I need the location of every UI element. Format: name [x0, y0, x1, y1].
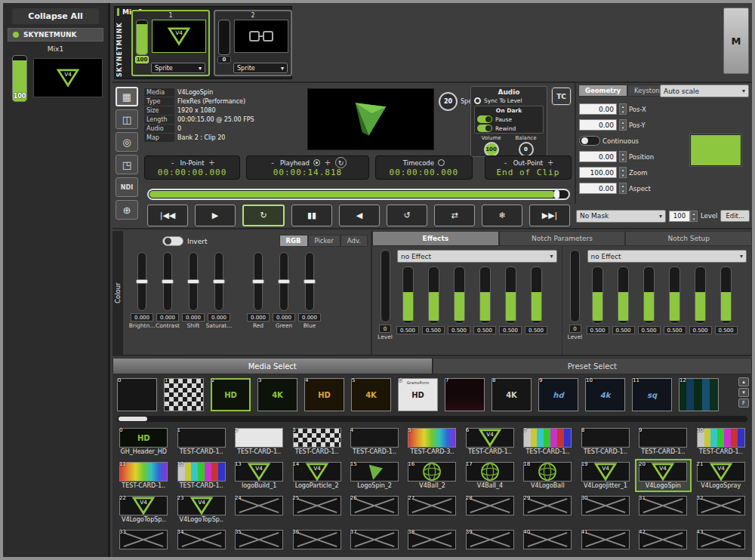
clip-23[interactable]: V423V4LogoTopSp.. — [173, 493, 229, 526]
effects-tab-effects[interactable]: Effects — [372, 231, 499, 246]
decrement-button[interactable]: - — [269, 158, 276, 167]
decrement-button[interactable]: - — [168, 158, 176, 167]
effect-fader[interactable] — [643, 266, 655, 324]
effect-fader[interactable] — [592, 266, 603, 324]
clip-34[interactable]: 34 — [173, 527, 229, 557]
clip-13[interactable]: V413logoBuild_1 — [231, 459, 287, 492]
freeze-button[interactable]: ❄ — [482, 205, 522, 226]
clip-4[interactable]: 4TEST-CARD-1.. — [347, 425, 402, 458]
continuous-toggle[interactable] — [579, 136, 600, 146]
layer-fader[interactable] — [136, 20, 148, 55]
clip-17[interactable]: 17V4Ball_4 — [462, 459, 518, 492]
clip-38[interactable]: 38 — [404, 527, 460, 557]
bank-scroll-up-button[interactable]: ▴ — [738, 377, 749, 386]
value-spinner[interactable]: ▴▾ — [619, 103, 627, 115]
clip-31[interactable]: 31 — [635, 493, 691, 526]
effect-fader[interactable] — [505, 266, 516, 324]
slider-handle[interactable] — [304, 279, 316, 284]
clip-22[interactable]: V422V4LogoTopSp.. — [116, 493, 171, 526]
clip-42[interactable]: 42 — [635, 527, 691, 557]
mix-preview-thumbnail[interactable]: V4 — [33, 58, 103, 97]
loop-reverse-button[interactable]: ↺ — [387, 205, 427, 226]
reload-icon[interactable]: ↻ — [335, 157, 347, 168]
colour-slider-track[interactable] — [137, 252, 146, 311]
clip-21[interactable]: V421V4LogoSpray — [693, 459, 749, 492]
bank-scroll-down-button[interactable]: ▾ — [738, 388, 749, 397]
clip-28[interactable]: 28 — [462, 493, 518, 526]
bounce-button[interactable]: ⇄ — [434, 205, 475, 226]
bank-0[interactable]: 0 — [116, 377, 159, 413]
layer-slot-2[interactable]: 20Sprite▾ — [214, 10, 292, 76]
slider-handle[interactable] — [162, 279, 174, 284]
bank-scrollbar[interactable] — [117, 416, 747, 422]
skip-end-button[interactable]: ▶▶| — [529, 205, 570, 226]
slider-handle[interactable] — [187, 279, 199, 284]
clip-27[interactable]: 27 — [404, 493, 460, 526]
effect-fader[interactable] — [479, 266, 491, 324]
clip-12[interactable]: 12TEST-CARD-1.. — [173, 459, 229, 492]
loop-button[interactable]: ↻ — [242, 205, 285, 226]
effect-dropdown[interactable]: no Effect▾ — [587, 250, 747, 263]
bank-9[interactable]: hd9 — [537, 377, 580, 413]
clip-41[interactable]: 41 — [578, 527, 633, 557]
geometry-value-field[interactable]: 0.00 — [579, 119, 617, 131]
value-spinner[interactable]: ▴▾ — [619, 119, 627, 131]
value-spinner[interactable]: ▴▾ — [619, 183, 627, 194]
clip-2[interactable]: 2TEST-CARD-1.. — [231, 425, 287, 458]
colour-slider-track[interactable] — [163, 252, 172, 311]
increment-button[interactable]: + — [208, 158, 216, 167]
increment-button[interactable]: + — [547, 158, 554, 167]
layer-type-dropdown[interactable]: Sprite▾ — [151, 63, 205, 73]
clip-0[interactable]: HD0GH_Header_HD — [116, 425, 171, 458]
slider-handle[interactable] — [278, 279, 290, 284]
clip-1[interactable]: 1TEST-CARD-1.. — [173, 425, 229, 458]
camera-tool-button[interactable]: ◫ — [116, 109, 138, 129]
effect-fader[interactable] — [454, 266, 465, 324]
bank-8[interactable]: 4K8 — [490, 377, 533, 413]
progress-handle[interactable] — [554, 190, 559, 198]
master-button[interactable]: M — [723, 8, 749, 74]
clip-39[interactable]: 39 — [462, 527, 518, 557]
clip-33[interactable]: 33 — [116, 527, 171, 557]
mask-level-spinner[interactable]: ▴▾ — [690, 211, 698, 222]
clip-9[interactable]: 9TEST-CARD-1.. — [635, 425, 691, 458]
bank-12[interactable]: 12 — [677, 377, 720, 413]
layer-thumbnail[interactable]: V4 — [152, 20, 206, 53]
tab-geometry[interactable]: Geometry — [578, 85, 627, 97]
effect-fader[interactable] — [618, 266, 629, 324]
clip-16[interactable]: 16V4Ball_2 — [404, 459, 460, 492]
radio-icon[interactable] — [438, 159, 445, 166]
clip-14[interactable]: V414LogoParticle_2 — [288, 459, 344, 492]
clip-29[interactable]: 29 — [519, 493, 575, 526]
value-spinner[interactable]: ▴▾ — [619, 167, 627, 178]
scale-mode-dropdown[interactable]: Auto scale ▾ — [660, 85, 749, 97]
clip-35[interactable]: 35 — [231, 527, 287, 557]
clip-18[interactable]: 18V4LogoBall — [519, 459, 575, 492]
clip-7[interactable]: 7TEST-CARD-1.. — [519, 425, 575, 458]
clip-25[interactable]: 25 — [288, 493, 344, 526]
bank-1[interactable]: 1 — [162, 377, 205, 413]
bank-3[interactable]: 4K3 — [256, 377, 299, 413]
bank-5[interactable]: 4K5 — [350, 377, 393, 413]
slider-handle[interactable] — [136, 279, 148, 284]
effect-fader[interactable] — [428, 266, 439, 324]
increment-button[interactable]: + — [324, 158, 331, 167]
clip-24[interactable]: 24 — [231, 493, 287, 526]
tab-media-select[interactable]: Media Select — [112, 358, 433, 374]
bank-filter-button[interactable]: F — [738, 398, 749, 408]
clip-15[interactable]: 15LogoSpin_2 — [347, 459, 402, 492]
effect-fader[interactable] — [531, 266, 542, 324]
record-tool-button[interactable]: ◎ — [116, 132, 138, 152]
sphere-tool-button[interactable]: ⊕ — [116, 200, 138, 220]
effect-level-fader[interactable] — [381, 250, 390, 322]
layer-type-dropdown[interactable]: Sprite▾ — [233, 63, 288, 73]
clip-32[interactable]: 32 — [693, 493, 749, 526]
collapse-all-button[interactable]: Collapse All — [12, 8, 99, 24]
clip-5[interactable]: 5TEST-CARD-3.. — [404, 425, 460, 458]
balance-knob[interactable]: 0 — [519, 142, 534, 157]
play-button[interactable]: ▶ — [195, 205, 236, 226]
geometry-value-field[interactable]: 100.00 — [579, 167, 617, 178]
effect-level-fader[interactable] — [570, 250, 580, 322]
mix-master-fader[interactable]: 100 — [12, 55, 27, 102]
clip-8[interactable]: 8TEST-CARD-1.. — [578, 425, 633, 458]
